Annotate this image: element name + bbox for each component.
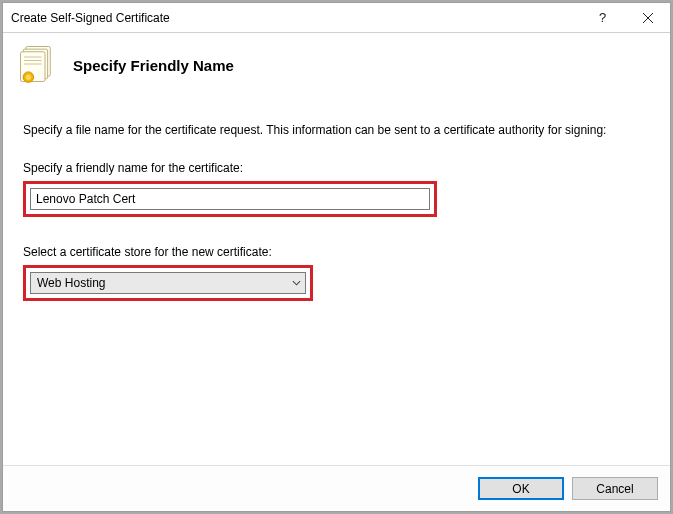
certificate-store-value: Web Hosting (37, 276, 287, 290)
dialog-window: Create Self-Signed Certificate ? Specify… (2, 2, 671, 512)
titlebar: Create Self-Signed Certificate ? (3, 3, 670, 33)
window-title: Create Self-Signed Certificate (11, 11, 580, 25)
friendly-name-label: Specify a friendly name for the certific… (23, 161, 650, 175)
friendly-name-highlight (23, 181, 437, 217)
friendly-name-input[interactable] (30, 188, 430, 210)
cancel-button[interactable]: Cancel (572, 477, 658, 500)
ok-button[interactable]: OK (478, 477, 564, 500)
certificate-icon (17, 43, 59, 88)
certificate-store-highlight: Web Hosting (23, 265, 313, 301)
close-button[interactable] (625, 3, 670, 32)
certificate-store-select[interactable]: Web Hosting (30, 272, 306, 294)
dialog-content: Specify a file name for the certificate … (3, 94, 670, 465)
help-button[interactable]: ? (580, 3, 625, 32)
dialog-heading: Specify Friendly Name (71, 57, 234, 74)
close-icon (643, 13, 653, 23)
svg-point-9 (26, 75, 31, 80)
description-text: Specify a file name for the certificate … (23, 122, 623, 139)
certificate-store-label: Select a certificate store for the new c… (23, 245, 650, 259)
dialog-header: Specify Friendly Name (3, 33, 670, 94)
button-bar: OK Cancel (3, 465, 670, 511)
chevron-down-icon (287, 280, 305, 286)
